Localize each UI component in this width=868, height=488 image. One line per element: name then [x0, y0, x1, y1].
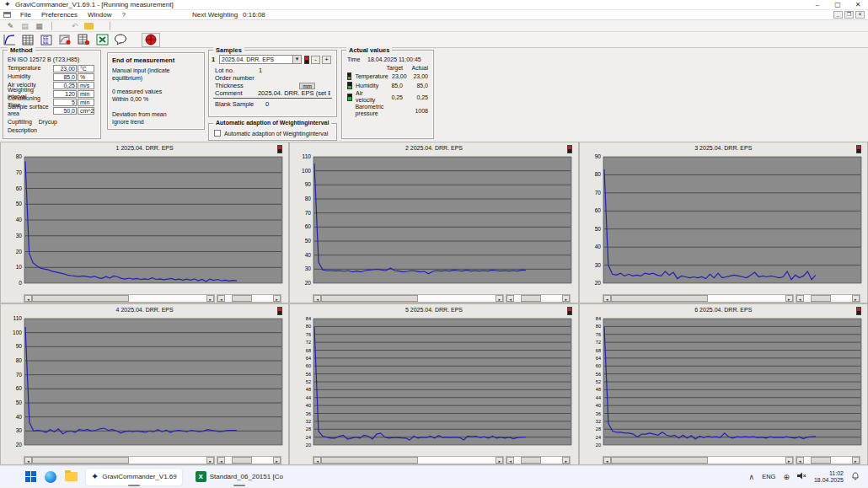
maximize-button[interactable]: ▢ [828, 0, 848, 10]
scroll-track[interactable] [225, 457, 273, 464]
scroll-track[interactable] [321, 457, 496, 464]
start-button[interactable] [25, 471, 36, 482]
menu-help[interactable]: ? [116, 11, 130, 19]
scroll-thumb[interactable] [611, 295, 708, 302]
scroll-track[interactable] [321, 295, 496, 302]
scroll-left-arrow[interactable]: ◂ [506, 457, 514, 464]
scroll-left-arrow[interactable]: ◂ [24, 295, 32, 302]
notification-bell-icon[interactable] [851, 471, 860, 482]
scroll-left-arrow[interactable]: ◂ [217, 457, 225, 464]
scroll-right-arrow[interactable]: ▸ [496, 295, 503, 302]
scroll-right-arrow[interactable]: ▸ [206, 457, 214, 464]
scroll-track[interactable] [804, 295, 852, 302]
scroll-thumb[interactable] [611, 457, 708, 464]
scroll-thumb[interactable] [811, 457, 831, 464]
comment-bubble-icon[interactable] [113, 33, 128, 46]
document-icon[interactable]: ▤ [19, 21, 30, 31]
menu-window[interactable]: Window [83, 11, 116, 19]
sample-select[interactable]: 2025.04. DRR. EPS ▼ [219, 55, 302, 64]
scroll-left-arrow[interactable]: ◂ [796, 295, 804, 302]
stop-measurement-button[interactable] [142, 33, 160, 47]
chart-zoom-scrollbar[interactable]: ◂▸ [796, 294, 860, 303]
scroll-right-arrow[interactable]: ▸ [562, 295, 570, 302]
scroll-thumb[interactable] [811, 295, 831, 302]
scroll-left-arrow[interactable]: ◂ [313, 457, 321, 464]
add-sample-button[interactable]: + [322, 56, 331, 64]
chart-x-scrollbar[interactable]: ◂▸ [603, 294, 794, 303]
chart-zoom-scrollbar[interactable]: ◂▸ [796, 456, 860, 464]
scroll-thumb[interactable] [321, 457, 418, 464]
language-indicator[interactable]: ENG [762, 473, 775, 480]
menu-preferences[interactable]: Preferences [36, 11, 83, 19]
chart-zoom-scrollbar[interactable]: ◂▸ [506, 456, 571, 464]
chart-x-scrollbar[interactable]: ◂▸ [313, 456, 504, 464]
taskbar-excel-button[interactable]: X Standard_06_20151 [Co [190, 469, 288, 485]
scroll-track[interactable] [225, 295, 273, 302]
scroll-track[interactable] [32, 457, 206, 464]
scroll-right-arrow[interactable]: ▸ [562, 457, 570, 464]
scroll-left-arrow[interactable]: ◂ [603, 295, 611, 302]
file-explorer-icon[interactable] [65, 472, 78, 481]
close-button[interactable]: ✕ [848, 0, 868, 10]
table-icon[interactable] [20, 33, 35, 46]
scroll-track[interactable] [611, 457, 785, 464]
save-icon[interactable]: ▦ [34, 21, 45, 31]
scroll-left-arrow[interactable]: ◂ [506, 295, 514, 302]
scroll-left-arrow[interactable]: ◂ [796, 457, 804, 464]
humidity-field[interactable]: 85,0 [53, 73, 77, 81]
scroll-left-arrow[interactable]: ◂ [313, 295, 321, 302]
chart-x-scrollbar[interactable]: ◂▸ [24, 294, 215, 303]
scroll-track[interactable] [804, 457, 852, 464]
chart-x-scrollbar[interactable]: ◂▸ [313, 294, 504, 303]
thickness-unit-button[interactable]: mm [299, 83, 315, 89]
scroll-right-arrow[interactable]: ▸ [852, 457, 860, 464]
folder-open-icon[interactable] [83, 21, 94, 31]
chart-zoom-scrollbar[interactable]: ◂▸ [217, 456, 281, 464]
scroll-thumb[interactable] [232, 457, 252, 464]
scroll-right-arrow[interactable]: ▸ [785, 295, 793, 302]
remove-sample-button[interactable]: - [311, 56, 320, 64]
chart-marker-icon[interactable] [57, 33, 72, 46]
speaker-muted-icon[interactable] [797, 472, 806, 481]
scroll-right-arrow[interactable]: ▸ [496, 457, 503, 464]
scroll-right-arrow[interactable]: ▸ [273, 295, 281, 302]
scroll-left-arrow[interactable]: ◂ [603, 457, 611, 464]
excel-export-icon[interactable] [94, 33, 110, 46]
minimize-button[interactable]: – [807, 0, 828, 10]
scroll-right-arrow[interactable]: ▸ [273, 457, 281, 464]
menu-file[interactable]: File [15, 11, 36, 19]
mdi-close-button[interactable]: ✕ [855, 11, 865, 19]
scroll-track[interactable] [32, 295, 206, 302]
weighting-interval-field[interactable]: 120 [53, 90, 77, 98]
scroll-thumb[interactable] [32, 295, 129, 302]
scroll-track[interactable] [514, 295, 562, 302]
taskbar-gravicommander-button[interactable]: ✦ GraviCommander_V1.69 [86, 469, 182, 485]
scroll-left-arrow[interactable]: ◂ [217, 295, 225, 302]
tray-chevron-icon[interactable]: ∧ [749, 473, 755, 481]
chart-x-scrollbar[interactable]: ◂▸ [603, 456, 794, 464]
scroll-thumb[interactable] [232, 295, 252, 302]
scroll-track[interactable] [514, 457, 562, 464]
conditioning-time-field[interactable]: 5 [53, 99, 77, 106]
chart-zoom-scrollbar[interactable]: ◂▸ [506, 294, 571, 303]
scroll-right-arrow[interactable]: ▸ [206, 295, 214, 302]
surface-area-field[interactable]: 50,0 [53, 107, 77, 115]
temperature-field[interactable]: 23,00 [53, 65, 77, 72]
edge-browser-icon[interactable] [45, 471, 56, 483]
network-globe-icon[interactable]: ⊕ [783, 473, 790, 481]
scroll-thumb[interactable] [321, 295, 418, 302]
scroll-thumb[interactable] [521, 457, 541, 464]
chevron-down-icon[interactable]: ▼ [292, 56, 301, 63]
mdi-minimize-button[interactable]: _ [833, 11, 843, 19]
scroll-right-arrow[interactable]: ▸ [785, 457, 793, 464]
curve-chart-icon[interactable] [2, 33, 17, 46]
mdi-restore-button[interactable]: ❐ [844, 11, 854, 19]
auto-adaption-checkbox[interactable] [214, 130, 221, 137]
scroll-track[interactable] [611, 295, 785, 302]
clock[interactable]: 11:02 18.04.2025 [814, 470, 844, 484]
scroll-left-arrow[interactable]: ◂ [24, 457, 32, 464]
undo-icon[interactable]: ↶ [69, 21, 80, 31]
scroll-right-arrow[interactable]: ▸ [852, 295, 860, 302]
chart-zoom-scrollbar[interactable]: ◂▸ [217, 294, 281, 303]
edit-pencil-icon[interactable]: ✎ [5, 21, 16, 31]
